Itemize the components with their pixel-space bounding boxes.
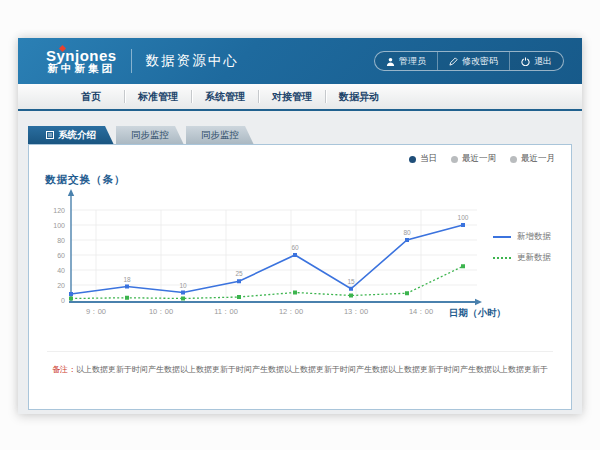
user-icon	[386, 57, 395, 66]
radio-last-month[interactable]: 最近一月	[510, 153, 555, 165]
page-title: 数据资源中心	[146, 52, 239, 70]
tab-label: 同步监控	[201, 129, 239, 142]
tab-sync-monitor-2[interactable]: 同步监控	[186, 126, 254, 145]
logout-label: 退出	[534, 55, 552, 68]
radio-icon	[510, 156, 517, 163]
nav-item-standard-mgmt[interactable]: 标准管理	[125, 84, 191, 109]
user-toolbar: 管理员 修改密码 退出	[374, 51, 564, 71]
app-header: Synjones 新中新集团 数据资源中心 管理员 修改密码	[18, 38, 582, 84]
svg-text:9：00: 9：00	[86, 307, 106, 316]
x-axis-title: 日期（小时）	[449, 307, 506, 320]
power-icon	[521, 57, 530, 66]
main-nav: 首页 标准管理 系统管理 对接管理 数据异动	[18, 84, 582, 111]
nav-item-home[interactable]: 首页	[58, 84, 124, 109]
logout-button[interactable]: 退出	[509, 52, 563, 70]
radio-today[interactable]: 当日	[409, 153, 437, 165]
svg-text:15: 15	[347, 278, 355, 285]
svg-text:60: 60	[291, 244, 299, 251]
svg-text:25: 25	[235, 270, 243, 277]
admin-user-button[interactable]: 管理员	[375, 52, 437, 70]
svg-text:100: 100	[458, 214, 469, 221]
nav-item-data-change[interactable]: 数据异动	[326, 84, 392, 109]
tab-system-intro[interactable]: 系统介绍	[28, 126, 114, 145]
company-logo: Synjones 新中新集团	[46, 48, 117, 75]
admin-user-label: 管理员	[399, 55, 426, 68]
svg-text:0: 0	[61, 297, 65, 304]
svg-text:40: 40	[57, 267, 65, 274]
svg-text:80: 80	[403, 229, 411, 236]
svg-text:10: 10	[179, 282, 187, 289]
radio-icon	[451, 156, 458, 163]
footnote-text: 以上数据更新于时间产生数据以上数据更新于时间产生数据以上数据更新于时间产生数据以…	[76, 365, 548, 374]
svg-text:120: 120	[53, 207, 65, 214]
nav-item-interface-mgmt[interactable]: 对接管理	[259, 84, 325, 109]
radio-last-week[interactable]: 最近一周	[451, 153, 496, 165]
svg-text:80: 80	[57, 237, 65, 244]
legend-label: 更新数据	[517, 252, 551, 264]
svg-text:100: 100	[53, 222, 65, 229]
document-icon	[46, 130, 54, 141]
tab-label: 系统介绍	[58, 129, 96, 142]
svg-text:11：00: 11：00	[214, 307, 238, 316]
radio-label: 最近一周	[462, 153, 496, 165]
change-password-label: 修改密码	[462, 55, 498, 68]
footnote: 备注：以上数据更新于时间产生数据以上数据更新于时间产生数据以上数据更新于时间产生…	[47, 351, 553, 376]
nav-item-system-mgmt[interactable]: 系统管理	[192, 84, 258, 109]
content-panel: 当日 最近一周 最近一月 数据交换（条） 0204060801001209：00…	[28, 144, 572, 410]
legend-item-new-data[interactable]: 新增数据	[493, 231, 551, 243]
desktop-background: Synjones 新中新集团 数据资源中心 管理员 修改密码	[0, 0, 600, 450]
svg-text:12：00: 12：00	[279, 307, 303, 316]
radio-label: 当日	[420, 153, 437, 165]
logo-text: Synjones	[46, 48, 117, 64]
time-range-filters: 当日 最近一周 最近一月	[409, 153, 555, 165]
legend-label: 新增数据	[517, 231, 551, 243]
tab-label: 同步监控	[131, 129, 169, 142]
svg-text:10：00: 10：00	[149, 307, 173, 316]
svg-text:14：00: 14：00	[409, 307, 433, 316]
dotted-line-icon	[493, 257, 511, 259]
footnote-prefix: 备注：	[52, 365, 76, 374]
radio-icon	[409, 156, 416, 163]
edit-icon	[449, 57, 458, 66]
header-divider	[131, 49, 132, 73]
svg-text:60: 60	[57, 252, 65, 259]
svg-text:18: 18	[123, 276, 131, 283]
radio-label: 最近一月	[521, 153, 555, 165]
legend-item-update-data[interactable]: 更新数据	[493, 252, 551, 264]
logo-subtext: 新中新集团	[46, 63, 117, 74]
chart-legend: 新增数据 更新数据	[493, 231, 551, 264]
tab-sync-monitor-1[interactable]: 同步监控	[116, 126, 184, 145]
svg-text:13：00: 13：00	[344, 307, 368, 316]
app-window: Synjones 新中新集团 数据资源中心 管理员 修改密码	[18, 38, 582, 414]
solid-line-icon	[493, 236, 511, 238]
svg-text:20: 20	[57, 282, 65, 289]
change-password-button[interactable]: 修改密码	[437, 52, 509, 70]
tab-bar: 系统介绍 同步监控 同步监控	[28, 126, 254, 145]
line-chart: 0204060801001209：0010：0011：0012：0013：001…	[31, 185, 483, 337]
